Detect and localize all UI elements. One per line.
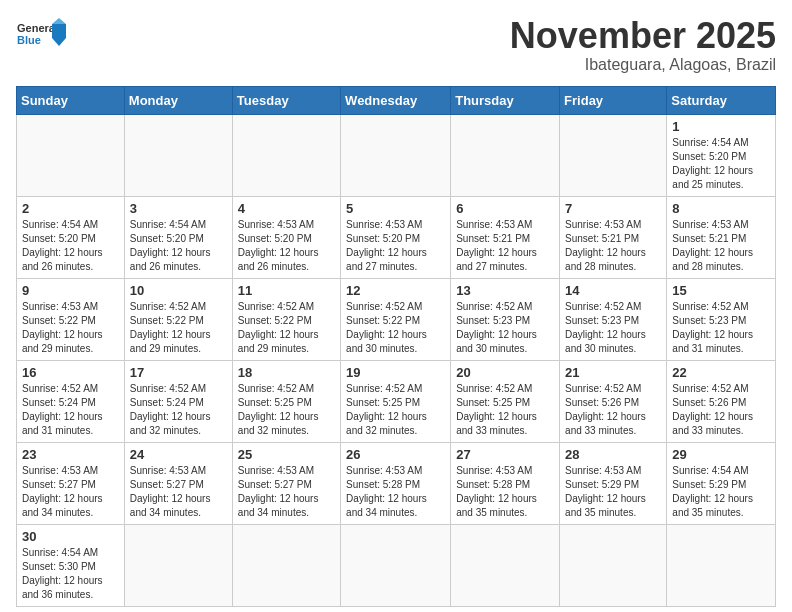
day-info: Sunrise: 4:53 AMSunset: 5:27 PMDaylight:… [22,464,119,520]
weekday-header-row: SundayMondayTuesdayWednesdayThursdayFrid… [17,86,776,114]
page-header: General Blue November 2025 Ibateguara, A… [16,16,776,74]
day-info: Sunrise: 4:53 AMSunset: 5:20 PMDaylight:… [346,218,445,274]
day-info: Sunrise: 4:53 AMSunset: 5:21 PMDaylight:… [672,218,770,274]
day-number: 5 [346,201,445,216]
day-info: Sunrise: 4:54 AMSunset: 5:20 PMDaylight:… [130,218,227,274]
calendar-week-1: 1Sunrise: 4:54 AMSunset: 5:20 PMDaylight… [17,114,776,196]
calendar-cell: 4Sunrise: 4:53 AMSunset: 5:20 PMDaylight… [232,196,340,278]
day-info: Sunrise: 4:53 AMSunset: 5:27 PMDaylight:… [130,464,227,520]
day-info: Sunrise: 4:53 AMSunset: 5:21 PMDaylight:… [456,218,554,274]
calendar-cell: 2Sunrise: 4:54 AMSunset: 5:20 PMDaylight… [17,196,125,278]
day-number: 12 [346,283,445,298]
day-number: 8 [672,201,770,216]
weekday-saturday: Saturday [667,86,776,114]
logo-svg: General Blue [16,16,66,60]
month-title: November 2025 [510,16,776,56]
calendar-cell [17,114,125,196]
day-number: 19 [346,365,445,380]
calendar-week-5: 23Sunrise: 4:53 AMSunset: 5:27 PMDayligh… [17,442,776,524]
calendar-cell: 11Sunrise: 4:52 AMSunset: 5:22 PMDayligh… [232,278,340,360]
calendar-cell: 9Sunrise: 4:53 AMSunset: 5:22 PMDaylight… [17,278,125,360]
calendar-cell: 20Sunrise: 4:52 AMSunset: 5:25 PMDayligh… [451,360,560,442]
day-number: 3 [130,201,227,216]
weekday-monday: Monday [124,86,232,114]
day-number: 22 [672,365,770,380]
calendar-cell: 22Sunrise: 4:52 AMSunset: 5:26 PMDayligh… [667,360,776,442]
calendar-week-3: 9Sunrise: 4:53 AMSunset: 5:22 PMDaylight… [17,278,776,360]
day-number: 10 [130,283,227,298]
calendar-cell: 29Sunrise: 4:54 AMSunset: 5:29 PMDayligh… [667,442,776,524]
day-info: Sunrise: 4:52 AMSunset: 5:25 PMDaylight:… [238,382,335,438]
day-info: Sunrise: 4:53 AMSunset: 5:29 PMDaylight:… [565,464,661,520]
calendar-cell: 8Sunrise: 4:53 AMSunset: 5:21 PMDaylight… [667,196,776,278]
weekday-thursday: Thursday [451,86,560,114]
logo: General Blue [16,16,66,60]
weekday-tuesday: Tuesday [232,86,340,114]
day-number: 26 [346,447,445,462]
calendar-cell: 23Sunrise: 4:53 AMSunset: 5:27 PMDayligh… [17,442,125,524]
calendar-cell [124,114,232,196]
calendar-cell [667,524,776,606]
day-number: 15 [672,283,770,298]
calendar-cell: 17Sunrise: 4:52 AMSunset: 5:24 PMDayligh… [124,360,232,442]
svg-marker-3 [52,18,66,24]
day-number: 23 [22,447,119,462]
day-number: 28 [565,447,661,462]
day-number: 2 [22,201,119,216]
day-number: 24 [130,447,227,462]
day-info: Sunrise: 4:52 AMSunset: 5:25 PMDaylight:… [346,382,445,438]
day-info: Sunrise: 4:52 AMSunset: 5:23 PMDaylight:… [672,300,770,356]
calendar-cell: 27Sunrise: 4:53 AMSunset: 5:28 PMDayligh… [451,442,560,524]
day-number: 21 [565,365,661,380]
day-info: Sunrise: 4:53 AMSunset: 5:21 PMDaylight:… [565,218,661,274]
day-info: Sunrise: 4:52 AMSunset: 5:24 PMDaylight:… [22,382,119,438]
day-info: Sunrise: 4:54 AMSunset: 5:30 PMDaylight:… [22,546,119,602]
day-number: 27 [456,447,554,462]
calendar-week-6: 30Sunrise: 4:54 AMSunset: 5:30 PMDayligh… [17,524,776,606]
day-number: 25 [238,447,335,462]
calendar-cell [341,114,451,196]
day-info: Sunrise: 4:54 AMSunset: 5:29 PMDaylight:… [672,464,770,520]
calendar-cell: 30Sunrise: 4:54 AMSunset: 5:30 PMDayligh… [17,524,125,606]
title-section: November 2025 Ibateguara, Alagoas, Brazi… [510,16,776,74]
day-info: Sunrise: 4:53 AMSunset: 5:22 PMDaylight:… [22,300,119,356]
day-info: Sunrise: 4:53 AMSunset: 5:28 PMDaylight:… [346,464,445,520]
calendar-cell: 10Sunrise: 4:52 AMSunset: 5:22 PMDayligh… [124,278,232,360]
day-info: Sunrise: 4:52 AMSunset: 5:26 PMDaylight:… [565,382,661,438]
day-number: 20 [456,365,554,380]
calendar-cell [232,524,340,606]
weekday-sunday: Sunday [17,86,125,114]
calendar-cell: 21Sunrise: 4:52 AMSunset: 5:26 PMDayligh… [560,360,667,442]
weekday-friday: Friday [560,86,667,114]
calendar-week-2: 2Sunrise: 4:54 AMSunset: 5:20 PMDaylight… [17,196,776,278]
calendar-cell: 7Sunrise: 4:53 AMSunset: 5:21 PMDaylight… [560,196,667,278]
day-info: Sunrise: 4:52 AMSunset: 5:22 PMDaylight:… [346,300,445,356]
calendar-cell: 24Sunrise: 4:53 AMSunset: 5:27 PMDayligh… [124,442,232,524]
calendar-cell: 5Sunrise: 4:53 AMSunset: 5:20 PMDaylight… [341,196,451,278]
calendar-cell: 26Sunrise: 4:53 AMSunset: 5:28 PMDayligh… [341,442,451,524]
day-info: Sunrise: 4:53 AMSunset: 5:27 PMDaylight:… [238,464,335,520]
day-info: Sunrise: 4:52 AMSunset: 5:24 PMDaylight:… [130,382,227,438]
day-number: 4 [238,201,335,216]
calendar-cell: 6Sunrise: 4:53 AMSunset: 5:21 PMDaylight… [451,196,560,278]
calendar-cell [124,524,232,606]
location-subtitle: Ibateguara, Alagoas, Brazil [510,56,776,74]
calendar-cell: 3Sunrise: 4:54 AMSunset: 5:20 PMDaylight… [124,196,232,278]
day-number: 9 [22,283,119,298]
calendar-table: SundayMondayTuesdayWednesdayThursdayFrid… [16,86,776,607]
day-number: 17 [130,365,227,380]
calendar-cell: 16Sunrise: 4:52 AMSunset: 5:24 PMDayligh… [17,360,125,442]
calendar-cell: 18Sunrise: 4:52 AMSunset: 5:25 PMDayligh… [232,360,340,442]
day-info: Sunrise: 4:54 AMSunset: 5:20 PMDaylight:… [672,136,770,192]
calendar-cell: 28Sunrise: 4:53 AMSunset: 5:29 PMDayligh… [560,442,667,524]
calendar-cell: 1Sunrise: 4:54 AMSunset: 5:20 PMDaylight… [667,114,776,196]
day-number: 14 [565,283,661,298]
calendar-cell: 25Sunrise: 4:53 AMSunset: 5:27 PMDayligh… [232,442,340,524]
calendar-cell: 14Sunrise: 4:52 AMSunset: 5:23 PMDayligh… [560,278,667,360]
day-number: 30 [22,529,119,544]
day-info: Sunrise: 4:52 AMSunset: 5:23 PMDaylight:… [565,300,661,356]
day-number: 13 [456,283,554,298]
day-info: Sunrise: 4:53 AMSunset: 5:28 PMDaylight:… [456,464,554,520]
calendar-cell [232,114,340,196]
day-number: 16 [22,365,119,380]
